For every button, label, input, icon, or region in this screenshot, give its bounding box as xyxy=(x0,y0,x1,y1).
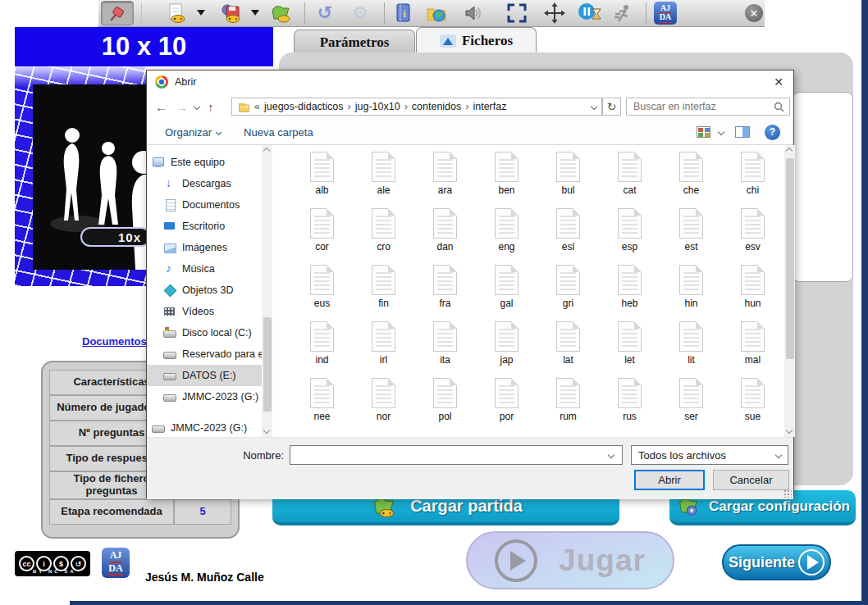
file-item[interactable]: heb xyxy=(599,265,660,321)
view-mode-icon[interactable] xyxy=(697,126,710,138)
save-game-button[interactable] xyxy=(218,1,244,25)
breadcrumb-label[interactable]: jug-10x10 xyxy=(355,101,400,112)
file-item[interactable]: chi xyxy=(722,152,783,208)
pause-timer-button[interactable] xyxy=(574,1,605,25)
breadcrumb-item[interactable]: › jug-10x10 xyxy=(348,101,400,112)
file-item[interactable]: lit xyxy=(660,321,722,378)
places-tree-item[interactable]: Escritorio xyxy=(147,216,262,237)
search-box[interactable] xyxy=(626,98,790,116)
resources-folder-button[interactable] xyxy=(423,1,450,25)
open-button[interactable]: Abrir xyxy=(634,470,705,490)
file-item[interactable]: pol xyxy=(414,378,476,434)
dialog-titlebar[interactable]: Abrir ✕ xyxy=(147,71,793,93)
places-tree-item[interactable]: DATOS (E:) xyxy=(147,365,262,386)
places-tree-item[interactable]: Este equipo xyxy=(147,152,262,173)
file-item[interactable]: cat xyxy=(599,152,660,208)
open-game-folder-button[interactable] xyxy=(267,1,294,25)
settings-button[interactable]: ⚙ xyxy=(347,1,373,25)
places-tree-item[interactable]: Objetos 3D xyxy=(147,280,262,301)
file-item[interactable]: ben xyxy=(476,152,537,208)
file-item[interactable]: eus xyxy=(291,265,353,321)
breadcrumb-label[interactable]: interfaz xyxy=(473,101,506,112)
file-item[interactable]: dan xyxy=(414,208,476,265)
file-item[interactable]: fin xyxy=(353,265,414,321)
file-item[interactable]: ind xyxy=(291,321,353,378)
filegrid-scrollbar[interactable] xyxy=(784,145,795,437)
filename-input[interactable] xyxy=(290,445,623,465)
file-item[interactable]: ale xyxy=(353,152,414,208)
documentos-link[interactable]: Documentos xyxy=(82,335,147,348)
fullscreen-button[interactable] xyxy=(501,1,532,25)
breadcrumb-label[interactable]: juegos-didacticos xyxy=(264,101,344,112)
filetype-select[interactable]: Todos los archivos xyxy=(631,445,788,465)
file-item[interactable]: cro xyxy=(353,208,414,265)
file-item[interactable]: nor xyxy=(353,378,414,434)
jugar-button[interactable]: Jugar xyxy=(466,531,674,589)
sound-button[interactable] xyxy=(459,1,486,25)
preview-pane-icon[interactable] xyxy=(735,126,750,138)
file-item[interactable]: gri xyxy=(537,265,599,321)
sidebar-scrollbar[interactable] xyxy=(262,145,272,437)
view-mode-dropdown-icon[interactable] xyxy=(718,129,724,135)
breadcrumb-item[interactable]: « juegos-didacticos xyxy=(254,101,344,112)
siguiente-button[interactable]: Siguiente xyxy=(722,544,831,580)
places-tree-item[interactable]: Reservado para el sistema xyxy=(147,343,262,365)
file-item[interactable]: mal xyxy=(722,321,783,378)
up-button[interactable]: ↑ xyxy=(208,100,214,114)
places-tree-item[interactable]: Disco local (C:) xyxy=(147,322,262,343)
move-button[interactable] xyxy=(540,1,569,25)
help-button[interactable]: ? xyxy=(765,125,780,140)
file-item[interactable]: por xyxy=(476,378,537,434)
load-game-dropdown-arrow[interactable] xyxy=(197,10,205,16)
file-item[interactable]: rum xyxy=(537,378,599,434)
close-app-button[interactable]: ✕ xyxy=(741,1,767,25)
file-item[interactable]: ita xyxy=(414,321,476,378)
ajda-logo-button[interactable]: AJDA xyxy=(652,1,678,25)
resize-grip[interactable] xyxy=(783,489,792,498)
breadcrumb-item[interactable]: › interfaz xyxy=(465,101,506,112)
file-item[interactable]: irl xyxy=(353,321,414,378)
help-book-button[interactable]: i xyxy=(391,1,417,25)
places-tree-item[interactable]: JMMC-2023 (G:) xyxy=(147,386,262,407)
file-item[interactable]: rus xyxy=(599,378,660,434)
cancel-button[interactable]: Cancelar xyxy=(713,470,789,490)
file-item[interactable]: gal xyxy=(476,265,537,321)
forward-button[interactable]: → xyxy=(176,100,188,114)
file-item[interactable]: eng xyxy=(476,208,537,265)
file-item[interactable]: hun xyxy=(722,265,783,321)
file-item[interactable]: jap xyxy=(476,321,537,378)
breadcrumb-label[interactable]: contenidos xyxy=(412,101,461,112)
breadcrumb-item[interactable]: › contenidos xyxy=(404,101,462,112)
history-dropdown-icon[interactable] xyxy=(194,103,200,110)
breadcrumb-dropdown-icon[interactable] xyxy=(591,103,597,110)
file-item[interactable]: sue xyxy=(722,378,783,434)
organizar-menu[interactable]: Organizar xyxy=(165,126,221,139)
file-item[interactable]: esl xyxy=(537,208,599,265)
file-item[interactable]: let xyxy=(599,321,660,378)
file-item[interactable]: ara xyxy=(414,152,476,208)
file-item[interactable]: bul xyxy=(537,152,599,208)
pushpin-button[interactable] xyxy=(101,1,134,25)
file-item[interactable]: che xyxy=(660,152,722,208)
breadcrumb[interactable]: « juegos-didacticos › jug-10x10 › conten… xyxy=(231,98,602,116)
dialog-close-button[interactable]: ✕ xyxy=(764,71,793,93)
file-item[interactable]: fra xyxy=(414,265,476,321)
places-tree-item[interactable]: Documentos xyxy=(147,194,262,216)
speed-run-button[interactable] xyxy=(610,1,636,25)
load-game-button[interactable] xyxy=(164,1,190,25)
nueva-carpeta-button[interactable]: Nueva carpeta xyxy=(244,126,313,139)
file-item[interactable]: nee xyxy=(291,378,353,434)
file-item[interactable]: alb xyxy=(291,152,353,208)
tab-ficheros[interactable]: Ficheros xyxy=(416,27,537,54)
refresh-button[interactable]: ↻ xyxy=(602,98,621,116)
back-button[interactable]: ← xyxy=(155,100,167,114)
tab-parametros[interactable]: Parámetros xyxy=(294,30,415,54)
file-item[interactable]: esv xyxy=(722,208,783,265)
file-item[interactable]: cor xyxy=(291,208,353,265)
places-tree-item[interactable]: JMMC-2023 (G:) xyxy=(147,417,262,437)
places-tree-item[interactable]: Vídeos xyxy=(147,301,262,322)
ajda-footer-logo[interactable]: AJDA xyxy=(102,548,130,578)
reload-button[interactable]: ↺ xyxy=(312,1,338,25)
places-tree-item[interactable]: Imágenes xyxy=(147,237,262,258)
save-game-dropdown-arrow[interactable] xyxy=(251,10,259,16)
